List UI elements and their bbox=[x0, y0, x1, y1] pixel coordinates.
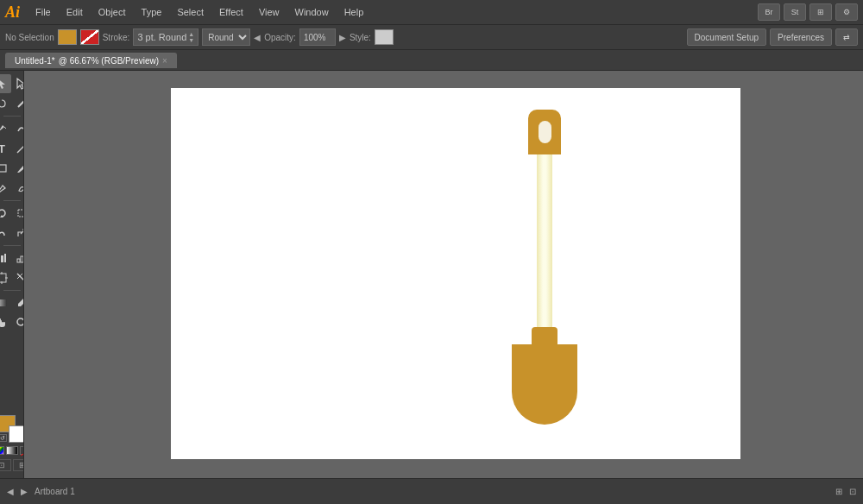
selection-label: No Selection bbox=[5, 33, 54, 42]
tool-row-4: T bbox=[0, 139, 24, 158]
tabs-bar: Untitled-1* @ 66.67% (RGB/Preview) × bbox=[0, 50, 863, 71]
pen-tool[interactable] bbox=[0, 119, 11, 138]
canvas bbox=[171, 88, 740, 459]
tool-divider-1 bbox=[3, 116, 21, 117]
stroke-weight-box[interactable]: 3 pt. Round ▲ ▼ bbox=[133, 28, 198, 46]
tool-row-7 bbox=[0, 204, 24, 223]
status-left-arrow[interactable]: ◀ bbox=[7, 487, 14, 496]
zoom-tool[interactable] bbox=[12, 313, 24, 332]
tool-row-3 bbox=[0, 119, 24, 138]
swap-colors-icon[interactable]: ↺ bbox=[0, 434, 7, 442]
tool-colors: ↺ ⊡ ⊞ bbox=[0, 415, 24, 475]
artboard-tool[interactable] bbox=[0, 268, 11, 287]
document-setup-button[interactable]: Document Setup bbox=[687, 28, 767, 46]
menu-type[interactable]: Type bbox=[135, 5, 169, 19]
settings-icon[interactable]: ⚙ bbox=[835, 3, 858, 21]
tool-divider-3 bbox=[3, 245, 21, 246]
status-extra-btn2[interactable]: ⊡ bbox=[849, 487, 856, 496]
lasso-tool[interactable] bbox=[0, 94, 11, 113]
style-label: Style: bbox=[350, 33, 371, 42]
menubar: Ai File Edit Object Type Select Effect V… bbox=[0, 0, 863, 24]
tool-divider-2 bbox=[3, 200, 21, 201]
pencil-tool[interactable] bbox=[0, 179, 11, 198]
scale-tool[interactable] bbox=[12, 224, 24, 243]
menu-effect[interactable]: Effect bbox=[212, 5, 250, 19]
transform-tool[interactable] bbox=[12, 204, 24, 223]
svg-line-4 bbox=[4, 127, 6, 129]
gradient-mode-icon[interactable] bbox=[6, 446, 18, 455]
shaper-tool[interactable] bbox=[12, 179, 24, 198]
bridge-icon[interactable]: Br bbox=[758, 3, 780, 21]
opacity-input[interactable] bbox=[299, 28, 336, 46]
align-icon[interactable]: ⊞ bbox=[13, 459, 25, 471]
menu-select[interactable]: Select bbox=[170, 5, 211, 19]
preferences-button[interactable]: Preferences bbox=[770, 28, 832, 46]
toolbar: No Selection Stroke: 3 pt. Round ▲ ▼ Rou… bbox=[0, 24, 863, 50]
menu-edit[interactable]: Edit bbox=[60, 5, 90, 19]
menu-window[interactable]: Window bbox=[288, 5, 336, 19]
stroke-weight-value: 3 pt. Round bbox=[137, 32, 186, 42]
arrange-icon[interactable]: ⇄ bbox=[835, 28, 858, 46]
svg-rect-6 bbox=[0, 165, 6, 172]
menu-help[interactable]: Help bbox=[337, 5, 371, 19]
tab-subtitle: @ 66.67% (RGB/Preview) bbox=[59, 56, 159, 66]
direct-select-tool[interactable] bbox=[12, 74, 24, 93]
plunger-cup-dome bbox=[512, 392, 577, 425]
graph-tool[interactable] bbox=[0, 249, 11, 268]
select-tool[interactable] bbox=[0, 74, 11, 93]
svg-rect-8 bbox=[18, 210, 24, 217]
svg-marker-0 bbox=[0, 79, 5, 89]
tab-untitled-1[interactable]: Untitled-1* @ 66.67% (RGB/Preview) × bbox=[5, 53, 177, 68]
stock-icon[interactable]: St bbox=[784, 3, 806, 21]
tab-close-button[interactable]: × bbox=[162, 56, 167, 66]
menu-file[interactable]: File bbox=[28, 5, 58, 19]
tool-row-11 bbox=[0, 293, 24, 312]
tool-divider-4 bbox=[3, 290, 21, 291]
tool-row-8 bbox=[0, 224, 24, 243]
warp-tool[interactable] bbox=[0, 224, 11, 243]
menu-object[interactable]: Object bbox=[91, 5, 133, 19]
style-swatch[interactable] bbox=[375, 29, 394, 45]
hand-tool[interactable] bbox=[0, 313, 11, 332]
type-tool[interactable]: T bbox=[0, 139, 11, 158]
status-extra-btn[interactable]: ⊞ bbox=[835, 487, 842, 496]
column-graph-tool[interactable] bbox=[12, 249, 24, 268]
tool-row-6 bbox=[0, 179, 24, 198]
magic-wand-tool[interactable] bbox=[12, 94, 24, 113]
rectangle-tool[interactable] bbox=[0, 159, 11, 178]
eyedropper-tool[interactable] bbox=[12, 293, 24, 312]
statusbar: ◀ ▶ Artboard 1 ⊞ ⊡ bbox=[0, 478, 863, 504]
line-tool[interactable] bbox=[12, 139, 24, 158]
plunger-handle-hole bbox=[539, 121, 551, 143]
tools-panel: T bbox=[0, 71, 24, 478]
stroke-label: Stroke: bbox=[103, 33, 130, 42]
svg-rect-15 bbox=[0, 274, 6, 282]
fill-swatch[interactable] bbox=[58, 29, 77, 45]
rotate-tool[interactable] bbox=[0, 204, 11, 223]
plunger-handle-top bbox=[528, 110, 561, 154]
svg-point-24 bbox=[17, 318, 24, 325]
gradient-tool[interactable] bbox=[0, 293, 11, 312]
status-right-arrow[interactable]: ▶ bbox=[21, 487, 28, 496]
color-mode-icon[interactable] bbox=[0, 446, 4, 455]
tool-row-10 bbox=[0, 268, 24, 287]
grid-icon[interactable]: ⊞ bbox=[809, 3, 832, 21]
tool-row-12 bbox=[0, 313, 24, 332]
opacity-right-arrow[interactable]: ▶ bbox=[339, 33, 346, 42]
opacity-left-arrow[interactable]: ◀ bbox=[254, 33, 261, 42]
menu-view[interactable]: View bbox=[252, 5, 287, 19]
paintbrush-tool[interactable] bbox=[12, 159, 24, 178]
background-color[interactable] bbox=[9, 425, 25, 443]
stroke-type-select[interactable]: Round Miter Bevel bbox=[202, 28, 250, 46]
layer-icon[interactable]: ⊡ bbox=[0, 459, 11, 471]
stroke-arrows[interactable]: ▲ ▼ bbox=[188, 31, 194, 43]
slice-tool[interactable] bbox=[12, 268, 24, 287]
stroke-swatch[interactable] bbox=[80, 29, 99, 45]
curvature-tool[interactable] bbox=[12, 119, 24, 138]
plunger-illustration bbox=[512, 105, 577, 425]
svg-rect-13 bbox=[21, 256, 23, 262]
svg-rect-22 bbox=[0, 299, 7, 306]
menu-icon-group: Br St ⊞ ⚙ bbox=[758, 3, 858, 21]
svg-line-5 bbox=[17, 144, 24, 153]
main-area: T bbox=[0, 71, 863, 478]
